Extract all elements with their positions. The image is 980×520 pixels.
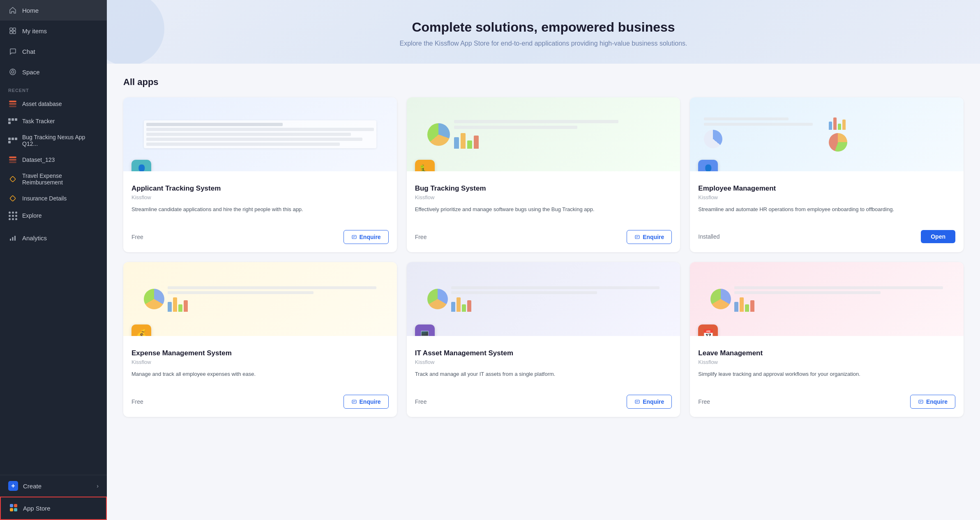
app-footer: Free Enquire	[698, 395, 955, 409]
svg-rect-8	[10, 196, 16, 201]
svg-rect-9	[10, 239, 11, 241]
app-icon: 👤	[131, 160, 151, 171]
enquire-icon	[351, 234, 357, 240]
app-card-exp[interactable]: 💰 Expense Management System Kissflow Man…	[123, 262, 397, 417]
recent-section-label: RECENT	[0, 82, 107, 95]
app-card-ats[interactable]: 👤 Applicant Tracking System Kissflow Str…	[123, 97, 397, 252]
recent-item-label: Explore	[22, 212, 42, 219]
create-chevron-icon: ›	[97, 483, 99, 489]
sidebar-create-button[interactable]: + Create ›	[0, 475, 107, 497]
sidebar-item-travel-expense[interactable]: Travel Expense Reimbursement	[0, 168, 107, 190]
app-vendor: Kissflow	[698, 194, 955, 200]
sidebar-label-analytics: Analytics	[22, 235, 47, 242]
app-card-leave[interactable]: 📅 Leave Management Kissflow Simplify lea…	[690, 262, 964, 417]
svg-point-6	[12, 69, 13, 70]
app-vendor: Kissflow	[131, 194, 389, 200]
app-card-body: Applicant Tracking System Kissflow Strea…	[123, 171, 397, 252]
hero-title: Complete solutions, empowered business	[131, 20, 955, 35]
thumb-content	[690, 97, 964, 171]
hero-subtitle: Explore the Kissflow App Store for end-t…	[131, 40, 955, 47]
app-thumbnail: 💻	[407, 262, 680, 336]
app-icon: 📅	[698, 324, 718, 336]
enquire-button[interactable]: Enquire	[627, 395, 672, 409]
app-icon: 🐛	[415, 160, 435, 171]
app-thumbnail: 💰	[123, 262, 397, 336]
sidebar-item-explore[interactable]: Explore	[0, 207, 107, 224]
svg-point-4	[10, 69, 16, 75]
svg-rect-15	[14, 508, 17, 511]
recent-item-label: Bug Tracking Nexus App Q12...	[22, 134, 99, 147]
app-card-bug[interactable]: 🐛 Bug Tracking System Kissflow Effective…	[407, 97, 680, 252]
svg-rect-12	[10, 504, 13, 507]
sidebar-item-home[interactable]: Home	[0, 0, 107, 21]
appstore-icon	[9, 503, 18, 513]
enquire-icon	[351, 399, 357, 405]
sidebar-bottom: + Create › App Store	[0, 475, 107, 520]
app-description: Effectively prioritize and manage softwa…	[415, 205, 672, 222]
hero-banner: Complete solutions, empowered business E…	[107, 0, 980, 64]
app-card-body: Expense Management System Kissflow Manag…	[123, 336, 397, 417]
enquire-button[interactable]: Enquire	[910, 395, 955, 409]
svg-rect-19	[635, 400, 639, 403]
sidebar-label-home: Home	[22, 7, 39, 14]
app-price: Free	[415, 234, 427, 240]
app-card-body: Employee Management Kissflow Streamline …	[690, 171, 964, 251]
thumb-content	[123, 97, 397, 171]
app-price: Free	[131, 234, 143, 240]
svg-rect-1	[13, 28, 16, 30]
sidebar-label-create: Create	[23, 483, 42, 490]
diamond-icon	[8, 175, 17, 184]
apps-section-title: All apps	[123, 77, 964, 87]
recent-item-label: Dataset_123	[22, 156, 55, 163]
app-description: Simplify leave tracking and approval wor…	[698, 370, 955, 387]
svg-rect-17	[635, 235, 639, 239]
app-description: Streamline and automate HR operations fr…	[698, 205, 955, 222]
enquire-button[interactable]: Enquire	[344, 395, 389, 409]
analytics-icon	[8, 233, 17, 242]
sidebar-item-chat[interactable]: Chat	[0, 41, 107, 62]
svg-rect-16	[352, 235, 356, 239]
app-icon: 💰	[131, 324, 151, 336]
app-thumbnail: 👤	[690, 97, 964, 171]
app-card-body: Bug Tracking System Kissflow Effectively…	[407, 171, 680, 252]
sidebar-item-analytics[interactable]: Analytics	[0, 228, 107, 248]
svg-rect-7	[10, 176, 16, 182]
recent-item-label: Insurance Details	[22, 195, 67, 202]
recent-item-label: Asset database	[22, 101, 62, 107]
sidebar-item-bug-tracking[interactable]: Bug Tracking Nexus App Q12...	[0, 130, 107, 151]
sidebar-item-appstore[interactable]: App Store	[0, 497, 107, 520]
app-name: Expense Management System	[131, 349, 389, 357]
app-name: Applicant Tracking System	[131, 184, 389, 193]
app-thumbnail: 🐛	[407, 97, 680, 171]
sidebar-item-dataset[interactable]: Dataset_123	[0, 151, 107, 168]
app-footer: Installed Open	[698, 230, 955, 243]
app-vendor: Kissflow	[131, 359, 389, 365]
app-footer: Free Enquire	[131, 230, 389, 244]
db2-icon	[8, 155, 17, 164]
sidebar-item-space[interactable]: Space	[0, 62, 107, 82]
sidebar-item-asset-database[interactable]: Asset database	[0, 95, 107, 113]
app-name: Employee Management	[698, 184, 955, 193]
sidebar-item-my-items[interactable]: My items	[0, 21, 107, 41]
enquire-icon	[634, 234, 640, 240]
enquire-button[interactable]: Enquire	[344, 230, 389, 244]
svg-rect-14	[10, 508, 13, 511]
app-card-it[interactable]: 💻 IT Asset Management System Kissflow Tr…	[407, 262, 680, 417]
enquire-icon	[918, 399, 924, 405]
app-name: Leave Management	[698, 349, 955, 357]
main-content: Complete solutions, empowered business E…	[107, 0, 980, 520]
app-card-body: IT Asset Management System Kissflow Trac…	[407, 336, 680, 417]
sidebar-item-task-tracker[interactable]: Task Tracker	[0, 113, 107, 130]
sidebar-label-chat: Chat	[22, 48, 35, 55]
app-card-body: Leave Management Kissflow Simplify leave…	[690, 336, 964, 417]
home-icon	[8, 6, 17, 15]
enquire-button[interactable]: Enquire	[627, 230, 672, 244]
app-footer: Free Enquire	[131, 395, 389, 409]
sidebar-item-insurance[interactable]: Insurance Details	[0, 190, 107, 207]
app-card-emp[interactable]: 👤 Employee Management Kissflow Streamlin…	[690, 97, 964, 252]
sidebar: Home My items Chat Spac	[0, 0, 107, 520]
svg-rect-3	[13, 31, 16, 34]
open-button[interactable]: Open	[921, 230, 955, 243]
app-vendor: Kissflow	[415, 194, 672, 200]
svg-rect-10	[12, 237, 14, 241]
